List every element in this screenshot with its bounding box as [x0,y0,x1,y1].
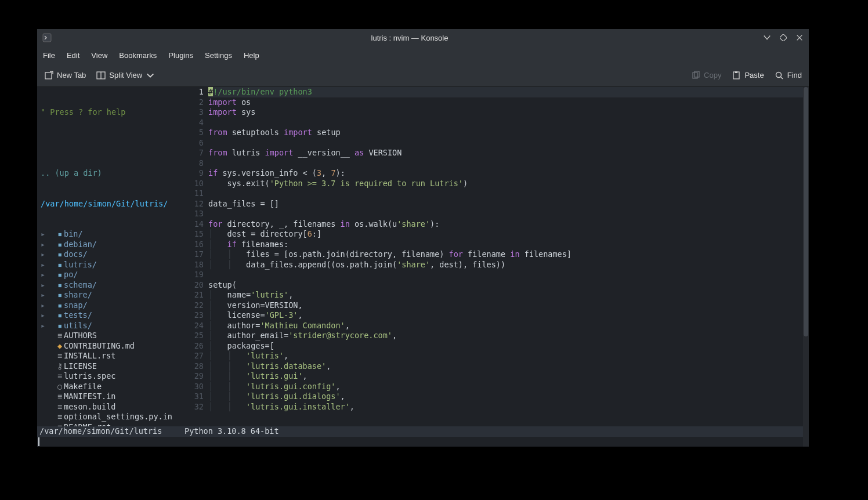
code-line[interactable]: #!/usr/bin/env python3 [208,87,809,97]
copy-label: Copy [704,71,721,79]
code-line[interactable]: │ │ 'lutris.gui.dialogs', [208,392,809,402]
code-line[interactable]: for directory, _, filenames in os.walk(u… [208,219,809,230]
split-view-button[interactable]: Split View [95,68,156,82]
svg-line-10 [780,77,783,79]
code-line[interactable]: from setuptools import setup [208,128,809,138]
split-view-label: Split View [109,71,142,79]
tree-item[interactable]: ≡ MANIFEST.in [37,392,179,402]
code-line[interactable]: │ │ 'lutris.gui.config', [208,382,809,392]
tree-item[interactable]: ▸▪ docs/ [37,249,179,260]
konsole-window: lutris : nvim — Konsole File Edit View B… [37,29,809,447]
code-line[interactable]: │ license='GPL-3', [208,310,809,321]
tree-help-line: " Press ? for help [37,107,179,118]
tree-item[interactable]: ▸▪ schema/ [37,280,179,291]
new-tab-button[interactable]: New Tab [43,68,87,82]
tree-item[interactable]: ▸▪ share/ [37,290,179,300]
code-line[interactable]: │ if filenames: [208,240,809,250]
code-line[interactable] [208,118,809,128]
code-line[interactable]: │ name='lutris', [208,290,809,300]
cursor-icon [38,437,39,446]
code-line[interactable] [208,189,809,199]
scrollbar[interactable] [803,87,809,447]
menubar: File Edit View Bookmarks Plugins Setting… [37,46,809,64]
tree-item[interactable]: ▸▪ debian/ [37,240,179,250]
close-button[interactable] [795,33,804,42]
paste-label: Paste [744,71,764,79]
tree-item[interactable]: ≡ optional_settings.py.in [37,412,179,422]
tree-item[interactable]: ◆ CONTRIBUTING.md [37,341,179,352]
code-line[interactable]: data_files = [] [208,199,809,209]
status-python: Python 3.10.8 64-bit [185,426,279,437]
tree-item[interactable]: ⚷ LICENSE [37,361,179,372]
menu-settings[interactable]: Settings [205,51,232,60]
line-number-gutter: 1234567891011121314151617181920212223242… [179,87,208,447]
tree-item[interactable]: ▸▪ po/ [37,270,179,280]
code-line[interactable] [208,138,809,148]
tree-item[interactable]: ○ Makefile [37,382,179,392]
copy-button[interactable]: Copy [690,68,722,82]
tree-cwd: /var/home/simon/Git/lutris/ [37,199,179,209]
tree-item[interactable]: ▸▪ lutris/ [37,260,179,270]
find-button[interactable]: Find [773,68,803,82]
code-line[interactable]: │ │ 'lutris.gui.installer', [208,402,809,412]
menu-edit[interactable]: Edit [67,51,79,60]
find-label: Find [787,71,802,79]
terminal-content[interactable]: " Press ? for help .. (up a dir) /var/ho… [37,87,809,447]
command-line[interactable] [37,437,803,447]
maximize-button[interactable] [779,33,788,42]
status-path: /var/home/simon/Git/lutris [39,426,185,437]
code-line[interactable]: import os [208,97,809,108]
code-line[interactable] [208,209,809,219]
code-line[interactable]: if sys.version_info < (3, 7): [208,168,809,179]
code-line[interactable]: │ │ 'lutris.database', [208,361,809,372]
menu-bookmarks[interactable]: Bookmarks [119,51,157,60]
file-tree[interactable]: " Press ? for help .. (up a dir) /var/ho… [37,87,179,447]
statusline: /var/home/simon/Git/lutris Python 3.10.8… [37,426,803,437]
tree-item[interactable]: ▸▪ snap/ [37,300,179,311]
tree-item[interactable]: ≡ meson.build [37,402,179,412]
menu-plugins[interactable]: Plugins [168,51,193,60]
code-line[interactable]: │ author_email='strider@strycore.com', [208,331,809,341]
tree-item[interactable]: ▸▪ bin/ [37,229,179,240]
tree-up-dir[interactable]: .. (up a dir) [37,168,179,179]
code-line[interactable] [208,270,809,280]
code-area[interactable]: #!/usr/bin/env python3import osimport sy… [208,87,809,447]
code-line[interactable]: import sys [208,107,809,118]
code-line[interactable]: │ │ data_files.append((os.path.join('sha… [208,260,809,270]
tree-item[interactable]: ≡ lutris.spec [37,371,179,382]
code-line[interactable]: │ │ 'lutris', [208,351,809,361]
code-line[interactable]: setup( [208,280,809,291]
new-tab-label: New Tab [57,71,86,79]
paste-button[interactable]: Paste [730,68,765,82]
svg-point-9 [776,72,781,77]
menu-view[interactable]: View [91,51,107,60]
chevron-down-icon [146,71,155,80]
code-line[interactable]: │ author='Mathieu Comandon', [208,321,809,331]
code-line[interactable]: │ dest = directory[6:] [208,229,809,240]
minimize-button[interactable] [762,33,772,42]
svg-rect-8 [735,71,737,73]
scrollbar-thumb[interactable] [804,87,808,336]
svg-rect-1 [780,34,787,41]
code-line[interactable]: sys.exit('Python >= 3.7 is required to r… [208,179,809,189]
code-line[interactable]: │ │ files = [os.path.join(directory, fil… [208,249,809,260]
tree-item[interactable]: ≡ AUTHORS [37,331,179,341]
app-icon [42,32,52,43]
tree-item[interactable]: ▸▪ utils/ [37,321,179,331]
menu-file[interactable]: File [43,51,55,60]
titlebar: lutris : nvim — Konsole [37,29,809,46]
code-line[interactable]: from lutris import __version__ as VERSIO… [208,148,809,158]
code-line[interactable]: │ version=VERSION, [208,300,809,311]
editor-pane[interactable]: 1234567891011121314151617181920212223242… [179,87,809,447]
menu-help[interactable]: Help [244,51,259,60]
toolbar: New Tab Split View Copy Paste Find [37,64,809,87]
code-line[interactable] [208,158,809,169]
window-title: lutris : nvim — Konsole [57,34,762,42]
code-line[interactable]: │ │ 'lutris.gui', [208,371,809,382]
tree-item[interactable]: ≡ INSTALL.rst [37,351,179,361]
svg-rect-2 [45,73,52,79]
code-line[interactable]: │ packages=[ [208,341,809,352]
tree-item[interactable]: ▸▪ tests/ [37,310,179,321]
